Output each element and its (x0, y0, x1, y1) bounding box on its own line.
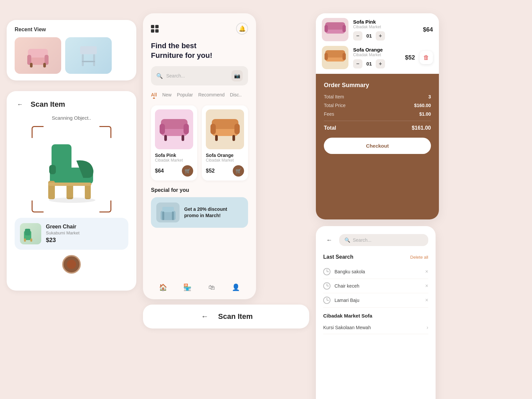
svg-rect-41 (342, 25, 346, 32)
recent-thumbnails (15, 37, 128, 74)
nav-cart[interactable]: 🛍 (206, 282, 217, 293)
tab-recommend[interactable]: Recommend (198, 92, 224, 99)
summary-total-item-row: Total Item 3 (324, 94, 431, 99)
order-summary-section: Order Summary Total Item 3 Total Price $… (316, 74, 439, 219)
grid-dot (151, 29, 154, 33)
history-delete-1[interactable]: × (425, 283, 428, 289)
svg-rect-32 (215, 135, 218, 141)
summary-fees-label: Fees (324, 111, 334, 117)
product-card-market-pink: Cibadak Market (155, 158, 193, 163)
scan-header: ← Scan Item (15, 99, 128, 110)
svg-rect-39 (325, 22, 345, 30)
product-card-sofa-pink[interactable]: Sofa Pink Cibadak Market $64 🛒 (151, 105, 197, 181)
scan-item-title: Scan Item (31, 100, 65, 109)
cart-item-image-orange (322, 46, 348, 69)
product-card-sofa-orange[interactable]: Sofa Orange Cibadak Market $52 🛒 (202, 105, 248, 181)
svg-rect-19 (25, 229, 30, 235)
search-icon: 🔍 (156, 73, 163, 79)
category-item-0[interactable]: Kursi Sakolaan Mewah › (323, 321, 428, 334)
product-card-bottom-orange: $52 🛒 (206, 165, 244, 177)
svg-rect-16 (48, 183, 91, 186)
search-input[interactable]: Search... (166, 73, 228, 78)
summary-total-price-label: Total Price (324, 103, 345, 108)
cart-item-price-orange: $52 (405, 54, 415, 61)
history-item-1[interactable]: Chair keceh × (323, 279, 428, 293)
app-top-bar: 🔔 (151, 23, 248, 35)
svg-rect-44 (325, 53, 328, 60)
bottom-scan-bar: ← Scan Item (143, 305, 309, 329)
history-item-0[interactable]: Bangku sakola × (323, 265, 428, 279)
svg-rect-12 (49, 165, 56, 174)
svg-rect-20 (24, 238, 26, 242)
svg-point-17 (49, 198, 95, 203)
nav-home[interactable]: 🏠 (158, 282, 169, 293)
bottom-nav: 🏠 🏪 🛍 👤 (151, 277, 248, 299)
delete-all-button[interactable]: Delete all (410, 255, 428, 260)
tab-all[interactable]: All (151, 92, 157, 99)
product-card-market-orange: Cibadak Market (206, 158, 244, 163)
product-info: Green Chair Sukabumi Market $23 (46, 224, 123, 244)
delete-cart-item-orange[interactable]: 🗑 (420, 51, 433, 64)
svg-rect-26 (164, 135, 167, 141)
cart-item-market-orange: Cibadak Market (353, 53, 400, 57)
product-card-bottom-pink: $64 🛒 (155, 165, 193, 177)
scan-back-button[interactable]: ← (15, 99, 25, 110)
scan-capture-button[interactable] (62, 255, 81, 274)
history-delete-0[interactable]: × (425, 269, 428, 275)
scan-frame (32, 126, 111, 212)
svg-rect-45 (342, 53, 346, 60)
qty-decrease-orange[interactable]: − (353, 59, 362, 68)
summary-total-price-row: Total Price $160.00 (324, 103, 431, 108)
promo-text: Get a 20% discount promo in March! (184, 206, 243, 219)
grid-dot (155, 29, 159, 33)
summary-total-item-value: 3 (428, 94, 431, 99)
svg-rect-8 (93, 54, 95, 66)
history-delete-2[interactable]: × (425, 297, 428, 303)
svg-rect-36 (162, 211, 164, 220)
cart-item-pink[interactable]: Sofa Pink Cibadak Market − 01 + $64 (316, 13, 439, 41)
product-card-price-orange: $52 (206, 168, 215, 174)
summary-total-row: Total $161.00 (324, 125, 431, 131)
product-card-name-orange: Sofa Orange (206, 153, 244, 158)
thumbnail-blue-stool[interactable] (65, 37, 112, 74)
chevron-right-icon-0: › (427, 325, 428, 331)
grid-dot (155, 25, 159, 28)
camera-search-button[interactable]: 📷 (231, 70, 243, 81)
bottom-scan-back-button[interactable]: ← (200, 311, 210, 322)
tab-new[interactable]: New (162, 92, 172, 99)
product-result-card[interactable]: Green Chair Sukabumi Market $23 (15, 218, 128, 250)
qty-increase-pink[interactable]: + (376, 31, 385, 41)
notification-icon[interactable]: 🔔 (236, 23, 248, 35)
clock-icon-0 (323, 268, 331, 275)
bottom-scan-title: Scan Item (218, 312, 253, 321)
promo-banner[interactable]: Get a 20% discount promo in March! (151, 197, 248, 228)
clock-icon-1 (323, 282, 331, 290)
search-panel-bar[interactable]: 🔍 Search... (339, 234, 428, 246)
search-back-button[interactable]: ← (323, 234, 335, 246)
qty-increase-orange[interactable]: + (376, 59, 385, 68)
cart-item-price-pink: $64 (423, 26, 433, 33)
svg-rect-37 (172, 211, 174, 220)
nav-store[interactable]: 🏪 (182, 282, 193, 293)
add-to-cart-orange[interactable]: 🛒 (233, 165, 244, 177)
cart-item-orange[interactable]: Sofa Orange Cibadak Market − 01 + $52 🗑 (316, 41, 439, 74)
product-card-price-pink: $64 (155, 168, 164, 174)
scan-preview-image (38, 133, 105, 206)
search-panel-top: ← 🔍 Search... (323, 234, 428, 246)
history-item-2[interactable]: Lamari Baju × (323, 293, 428, 308)
scanning-status: Scanning Object.. (15, 115, 128, 121)
qty-decrease-pink[interactable]: − (353, 31, 362, 41)
menu-icon[interactable] (151, 25, 159, 33)
history-text-0: Bangku sakola (334, 269, 421, 274)
summary-fees-row: Fees $1.00 (324, 111, 431, 117)
search-bar[interactable]: 🔍 Search... 📷 (151, 66, 248, 85)
tab-popular[interactable]: Popular (177, 92, 193, 99)
search-panel-input[interactable]: Search... (353, 237, 423, 243)
nav-profile[interactable]: 👤 (231, 282, 241, 293)
category-item-text-0: Kursi Sakolaan Mewah (323, 325, 371, 330)
product-card-name-pink: Sofa Pink (155, 153, 193, 158)
add-to-cart-pink[interactable]: 🛒 (182, 165, 193, 177)
thumbnail-pink-chair[interactable] (15, 37, 61, 74)
checkout-button[interactable]: Checkout (324, 138, 431, 154)
tab-discount[interactable]: Disc.. (230, 92, 242, 99)
